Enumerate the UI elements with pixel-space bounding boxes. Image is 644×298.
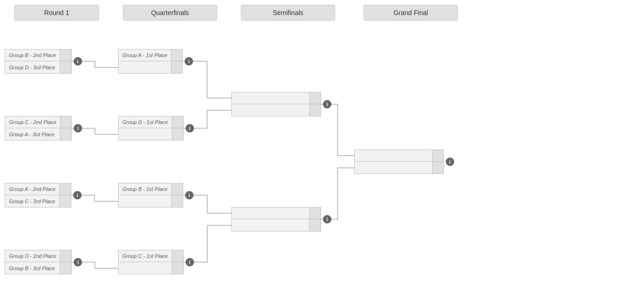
score-cell	[59, 195, 71, 207]
qf-match3-with-info: Group B - 1st Place i	[118, 183, 194, 207]
team-name: Group D - 2nd Place	[5, 253, 60, 259]
qf-match3: Group B - 1st Place i	[118, 183, 194, 207]
round1-match4: Group D - 2nd Place Group B - 3rd Place …	[5, 250, 82, 274]
info-button[interactable]: i	[186, 258, 194, 266]
score-cell	[60, 262, 71, 274]
table-row: Group D - 1st Place	[118, 116, 184, 128]
semifinals-matches-area: i	[227, 25, 349, 298]
info-button[interactable]: i	[74, 57, 82, 66]
qf-match2-with-info: Group D - 1st Place i	[118, 116, 194, 141]
semifinals-column: Semifinals	[227, 0, 349, 298]
round1-match4-with-info: Group D - 2nd Place Group B - 3rd Place …	[5, 250, 82, 274]
qf-match4-with-info: Group C - 1st Place i	[118, 250, 194, 274]
score-cell	[171, 195, 183, 207]
info-button[interactable]: i	[74, 258, 82, 266]
sf-match1: i	[231, 92, 331, 116]
round1-match1-with-info: Group B - 2nd Place Group D - 3rd Place …	[5, 49, 82, 74]
info-button[interactable]: i	[323, 100, 331, 108]
qf-match2-box: Group D - 1st Place	[118, 116, 184, 141]
gf-match1-box	[354, 149, 444, 174]
team-name: Group B - 3rd Place	[5, 265, 60, 271]
round1-matches-area: Group B - 2nd Place Group D - 3rd Place …	[0, 25, 113, 298]
info-button[interactable]: i	[74, 124, 82, 132]
sf-match2: i	[231, 207, 331, 232]
score-cell	[60, 250, 71, 262]
team-name: Group D - 1st Place	[119, 119, 172, 125]
rounds-row: Round 1 Group B - 2nd Place Group D - 3r…	[0, 0, 644, 298]
team-name: Group A - 2nd Place	[5, 186, 59, 192]
grandfinal-matches-area: i	[349, 25, 472, 298]
team-name: Group B - 2nd Place	[5, 52, 60, 58]
table-row	[118, 195, 183, 207]
score-cell	[172, 250, 183, 262]
table-row	[354, 162, 444, 174]
team-name: Group C - 2nd Place	[5, 119, 60, 125]
round1-match2-box: Group C - 2nd Place Group A - 3rd Place	[5, 116, 72, 141]
score-cell	[309, 104, 321, 116]
table-row: Group D - 2nd Place	[5, 250, 72, 262]
info-button[interactable]: i	[185, 57, 193, 66]
score-cell	[432, 162, 443, 174]
table-row: Group C - 2nd Place	[5, 116, 72, 128]
round1-match3-box: Group A - 2nd Place Group C - 3rd Place	[5, 183, 71, 207]
info-button[interactable]: i	[323, 215, 331, 224]
team-name: Group B - 1st Place	[119, 186, 171, 192]
team-name: Group C - 1st Place	[119, 253, 172, 259]
team-name: Group C - 3rd Place	[5, 199, 59, 204]
score-cell	[60, 61, 71, 73]
round1-match2-with-info: Group C - 2nd Place Group A - 3rd Place …	[5, 116, 82, 141]
info-button[interactable]: i	[446, 157, 454, 166]
score-cell	[309, 207, 321, 219]
score-cell	[172, 262, 183, 274]
semifinals-header: Semifinals	[241, 5, 335, 21]
round1-match2: Group C - 2nd Place Group A - 3rd Place …	[5, 116, 82, 141]
score-cell	[171, 61, 182, 73]
score-cell	[432, 150, 443, 161]
qf-match1-with-info: Group A - 1st Place i	[118, 49, 193, 74]
qf-match1: Group A - 1st Place i	[118, 49, 193, 74]
sf-match2-box	[231, 207, 321, 232]
grandfinal-header: Grand Final	[364, 5, 458, 21]
table-row: Group D - 3rd Place	[5, 61, 72, 74]
table-row	[231, 207, 321, 219]
round1-column: Round 1 Group B - 2nd Place Group D - 3r…	[0, 0, 113, 298]
score-cell	[172, 116, 183, 128]
gf-match1: i	[354, 149, 454, 174]
qf-match1-box: Group A - 1st Place	[118, 49, 183, 74]
qf-match2: Group D - 1st Place i	[118, 116, 194, 141]
quarterfinals-matches-area: Group A - 1st Place i	[113, 25, 227, 298]
table-row: Group A - 3rd Place	[5, 128, 72, 141]
round1-match1-box: Group B - 2nd Place Group D - 3rd Place	[5, 49, 72, 74]
table-row: Group B - 1st Place	[118, 183, 183, 195]
qf-match3-box: Group B - 1st Place	[118, 183, 183, 207]
table-row: Group C - 1st Place	[118, 250, 184, 262]
table-row: Group B - 2nd Place	[5, 49, 72, 61]
table-row	[118, 128, 184, 141]
table-row	[354, 149, 444, 162]
score-cell	[171, 183, 183, 195]
score-cell	[171, 50, 182, 61]
score-cell	[60, 50, 71, 61]
sf-match2-with-info: i	[231, 207, 331, 232]
qf-match4-box: Group C - 1st Place	[118, 250, 184, 274]
table-row: Group A - 2nd Place	[5, 183, 71, 195]
bracket-wrapper: Round 1 Group B - 2nd Place Group D - 3r…	[0, 0, 644, 298]
table-row: Group C - 3rd Place	[5, 195, 71, 207]
team-name: Group A - 3rd Place	[5, 132, 60, 137]
info-button[interactable]: i	[73, 191, 82, 199]
info-button[interactable]: i	[186, 124, 194, 132]
quarterfinals-column: Quarterfinals Group A - 1st Place	[113, 0, 227, 298]
gf-match1-with-info: i	[354, 149, 454, 174]
round1-header: Round 1	[14, 5, 99, 21]
info-button[interactable]: i	[185, 191, 194, 199]
round1-match4-box: Group D - 2nd Place Group B - 3rd Place	[5, 250, 72, 274]
team-name: Group D - 3rd Place	[5, 65, 60, 70]
round1-match1: Group B - 2nd Place Group D - 3rd Place …	[5, 49, 82, 74]
team-name: Group A - 1st Place	[119, 52, 171, 58]
sf-match1-box	[231, 92, 321, 116]
grandfinal-column: Grand Final	[349, 0, 472, 298]
quarterfinals-header: Quarterfinals	[123, 5, 217, 21]
score-cell	[309, 92, 321, 104]
score-cell	[60, 128, 71, 140]
score-cell	[309, 219, 321, 231]
